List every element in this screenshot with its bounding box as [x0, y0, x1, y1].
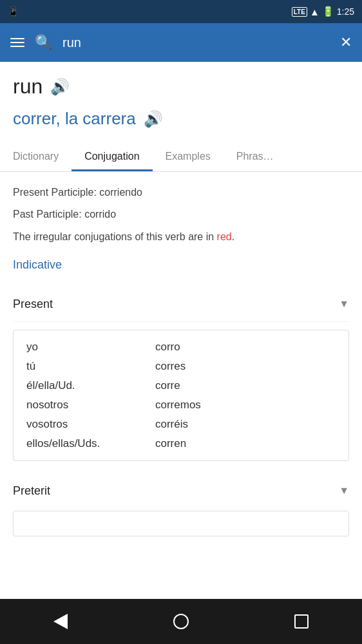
table-row: él/ella/Ud. corre — [26, 379, 336, 392]
pronoun-yo: yo — [26, 341, 155, 354]
present-section: Present ▼ yo corro tú corres él/ella/Ud.… — [13, 287, 349, 461]
word-header: run 🔊 — [13, 75, 349, 99]
irregular-note-suffix: . — [232, 231, 234, 242]
tab-conjugation[interactable]: Conjugation — [71, 142, 152, 171]
pronoun-tu: tú — [26, 360, 155, 373]
preterit-section-title: Preterit — [13, 484, 50, 498]
preterit-chevron-icon: ▼ — [339, 485, 349, 497]
irregular-note-prefix: The irregular conjugations of this verb … — [13, 231, 217, 242]
content-area: run 🔊 correr, la carrera 🔊 Dictionary Co… — [0, 62, 362, 549]
present-section-title: Present — [13, 298, 53, 311]
status-bar-left-icons: 📱 — [8, 0, 19, 23]
status-bar: 📱 LTE ▲ 🔋 1:25 — [0, 0, 362, 23]
preterit-table-placeholder — [13, 511, 349, 536]
table-row: yo corro — [26, 341, 336, 354]
tab-phrases[interactable]: Phras… — [224, 142, 287, 171]
indicative-link[interactable]: Indicative — [13, 258, 349, 272]
status-time: 1:25 — [337, 6, 354, 17]
tab-examples[interactable]: Examples — [153, 142, 224, 171]
word-speaker-icon[interactable]: 🔊 — [50, 78, 70, 96]
back-icon — [53, 614, 68, 629]
close-icon[interactable]: ✕ — [340, 34, 352, 51]
present-conjugation-table: yo corro tú corres él/ella/Ud. corre nos… — [13, 330, 349, 461]
recents-button[interactable] — [285, 605, 318, 638]
table-row: ellos/ellas/Uds. corren — [26, 437, 336, 450]
pronoun-vosotros: vosotros — [26, 418, 155, 431]
home-icon — [173, 614, 189, 629]
pronoun-nosotros: nosotros — [26, 399, 155, 412]
preterit-section-header[interactable]: Preterit ▼ — [13, 474, 349, 508]
status-icons: LTE ▲ 🔋 1:25 — [292, 6, 354, 17]
verb-correis: corréis — [155, 418, 188, 431]
table-row: nosotros corremos — [26, 399, 336, 412]
present-chevron-icon: ▼ — [339, 298, 349, 310]
tab-dictionary[interactable]: Dictionary — [0, 142, 71, 171]
word-title: run — [13, 75, 43, 99]
irregular-note: The irregular conjugations of this verb … — [13, 229, 349, 245]
present-participle: Present Participle: corriendo — [13, 185, 349, 200]
translation-speaker-icon[interactable]: 🔊 — [144, 110, 163, 128]
conjugation-content: Present Participle: corriendo Past Parti… — [13, 172, 349, 549]
back-button[interactable] — [44, 605, 77, 638]
lte-badge: LTE — [292, 7, 307, 17]
search-input[interactable] — [62, 35, 330, 50]
table-row: tú corres — [26, 360, 336, 373]
bottom-nav — [0, 599, 362, 644]
battery-icon: 🔋 — [322, 6, 334, 17]
home-button[interactable] — [165, 605, 197, 638]
pronoun-ellos: ellos/ellas/Uds. — [26, 437, 155, 450]
verb-corro: corro — [155, 341, 180, 354]
table-row: vosotros corréis — [26, 418, 336, 431]
tabs-container: Dictionary Conjugation Examples Phras… — [0, 142, 362, 172]
past-participle: Past Participle: corrido — [13, 207, 349, 222]
irregular-note-red: red — [217, 231, 232, 242]
sim-card-icon: 📱 — [8, 6, 19, 17]
verb-corren: corren — [155, 437, 186, 450]
signal-icon: ▲ — [310, 6, 319, 17]
translation-row: correr, la carrera 🔊 — [13, 109, 349, 129]
present-section-header[interactable]: Present ▼ — [13, 287, 349, 322]
verb-corremos: corremos — [155, 399, 201, 412]
search-icon: 🔍 — [35, 34, 52, 51]
recents-icon — [294, 614, 309, 629]
pronoun-el-ella: él/ella/Ud. — [26, 379, 155, 392]
menu-button[interactable] — [10, 38, 24, 47]
preterit-section: Preterit ▼ — [13, 474, 349, 536]
verb-corres: corres — [155, 360, 186, 373]
verb-corre: corre — [155, 379, 180, 392]
toolbar: 🔍 ✕ — [0, 23, 362, 62]
translation-text: correr, la carrera — [13, 109, 136, 129]
